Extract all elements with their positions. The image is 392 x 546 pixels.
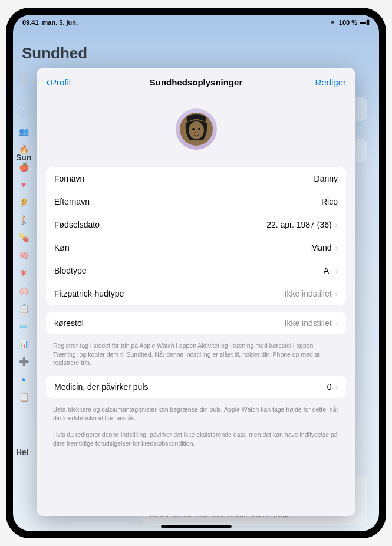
modal-title: Sundhedsoplysninger bbox=[150, 77, 243, 87]
chevron-right-icon: › bbox=[335, 267, 338, 275]
svg-point-1 bbox=[189, 121, 204, 139]
detail-value: 22. apr. 1987 (36) bbox=[266, 220, 332, 229]
chevron-right-icon: › bbox=[335, 244, 338, 252]
details-list: FornavnDannyEfternavnRicoFødselsdato22. … bbox=[46, 167, 346, 305]
status-time: 09.41 bbox=[22, 19, 39, 26]
user-avatar-icon[interactable] bbox=[176, 108, 217, 150]
wifi-icon: ᯤ bbox=[330, 19, 337, 26]
detail-row[interactable]: KønMand› bbox=[46, 236, 346, 259]
battery-percent: 100 % bbox=[339, 19, 357, 26]
device-frame: 09.41 man. 5. jun. ᯤ 100 % ▬▮ Sundhed ♡👥… bbox=[6, 8, 386, 538]
home-indicator[interactable] bbox=[161, 525, 232, 528]
medication-row[interactable]: Medicin, der påvirker puls 0 › bbox=[46, 376, 346, 398]
detail-row[interactable]: Fitzpatrick-hudtypeIkke indstillet› bbox=[46, 282, 346, 305]
detail-row: EfternavnRico bbox=[46, 190, 346, 213]
detail-label: Køn bbox=[54, 243, 70, 252]
sidebar-category-icon[interactable]: ♡ bbox=[19, 109, 28, 119]
sidebar-category-icon[interactable]: 👂 bbox=[19, 198, 28, 207]
sidebar-category-icon[interactable]: ✱ bbox=[19, 268, 28, 278]
sidebar-category-icon[interactable]: ♥ bbox=[19, 180, 28, 189]
sidebar-category-icon[interactable]: ➕ bbox=[19, 357, 28, 366]
detail-label: Fødselsdato bbox=[54, 220, 100, 229]
wheelchair-row[interactable]: kørestol Ikke indstillet › bbox=[46, 312, 346, 334]
chevron-right-icon: › bbox=[335, 221, 338, 229]
back-label: Profil bbox=[51, 77, 71, 87]
medication-footer-1: Beta-blokkere og calciumantagonister kan… bbox=[37, 405, 355, 430]
medication-group: Medicin, der påvirker puls 0 › bbox=[46, 376, 346, 398]
sidebar-category-icon[interactable]: 🧠 bbox=[19, 251, 28, 260]
wheelchair-label: kørestol bbox=[54, 318, 84, 328]
sidebar-category-icon[interactable]: 📊 bbox=[19, 339, 28, 348]
svg-point-3 bbox=[198, 128, 200, 130]
chevron-left-icon: ‹ bbox=[46, 76, 50, 88]
chevron-right-icon: › bbox=[335, 319, 338, 328]
status-bar: 09.41 man. 5. jun. ᯤ 100 % ▬▮ bbox=[13, 15, 379, 29]
medication-value: 0 bbox=[327, 382, 332, 392]
svg-point-2 bbox=[192, 128, 195, 130]
bg-section-1: Sun bbox=[16, 150, 31, 165]
sidebar-category-icon[interactable]: 📋 bbox=[19, 392, 28, 402]
wheelchair-footer: Registrer tag i stedet for trin på Apple… bbox=[37, 341, 355, 376]
sidebar-category-icon[interactable]: 📋 bbox=[19, 304, 28, 313]
back-button[interactable]: ‹ Profil bbox=[46, 76, 71, 88]
modal-header: ‹ Profil Sundhedsoplysninger Rediger bbox=[37, 68, 355, 97]
medication-footer-2: Hvis du redigerer denne indstilling, påv… bbox=[37, 430, 355, 456]
sidebar-category-icon[interactable]: ● bbox=[19, 374, 28, 384]
detail-label: Efternavn bbox=[54, 197, 90, 206]
sidebar-category-icon[interactable]: 🫁 bbox=[19, 286, 28, 295]
detail-label: Fornavn bbox=[54, 174, 84, 183]
battery-icon: ▬▮ bbox=[360, 18, 370, 26]
medication-label: Medicin, der påvirker puls bbox=[54, 382, 149, 392]
detail-row[interactable]: Fødselsdato22. apr. 1987 (36)› bbox=[46, 213, 346, 236]
sidebar-category-icon[interactable]: 👥 bbox=[19, 127, 28, 136]
detail-value: A- bbox=[324, 266, 332, 275]
wheelchair-group: kørestol Ikke indstillet › bbox=[46, 312, 346, 334]
search-bar-bg bbox=[19, 71, 28, 85]
health-details-modal: ‹ Profil Sundhedsoplysninger Rediger bbox=[37, 68, 355, 516]
bg-section-2: Hel bbox=[16, 445, 29, 459]
detail-value: Rico bbox=[321, 197, 338, 206]
detail-label: Blodtype bbox=[54, 266, 86, 275]
status-date: man. 5. jun. bbox=[42, 19, 78, 26]
sidebar-category-icon[interactable]: 💊 bbox=[19, 233, 28, 242]
detail-row: FornavnDanny bbox=[46, 167, 346, 190]
detail-value: Ikke indstillet bbox=[285, 289, 332, 298]
app-title: Sundhed bbox=[19, 38, 379, 68]
screen: 09.41 man. 5. jun. ᯤ 100 % ▬▮ Sundhed ♡👥… bbox=[13, 15, 379, 531]
wheelchair-value: Ikke indstillet bbox=[285, 318, 332, 328]
avatar-container bbox=[37, 97, 355, 167]
chevron-right-icon: › bbox=[335, 383, 338, 392]
chevron-right-icon: › bbox=[335, 290, 338, 298]
detail-row[interactable]: BlodtypeA-› bbox=[46, 259, 346, 282]
detail-value: Mand bbox=[311, 243, 332, 252]
detail-label: Fitzpatrick-hudtype bbox=[54, 289, 124, 298]
sidebar-category-icon[interactable]: 🛏 bbox=[19, 321, 28, 331]
detail-value: Danny bbox=[314, 174, 338, 183]
edit-button[interactable]: Rediger bbox=[315, 77, 346, 87]
sidebar-category-icon[interactable]: 🚶 bbox=[19, 215, 28, 225]
